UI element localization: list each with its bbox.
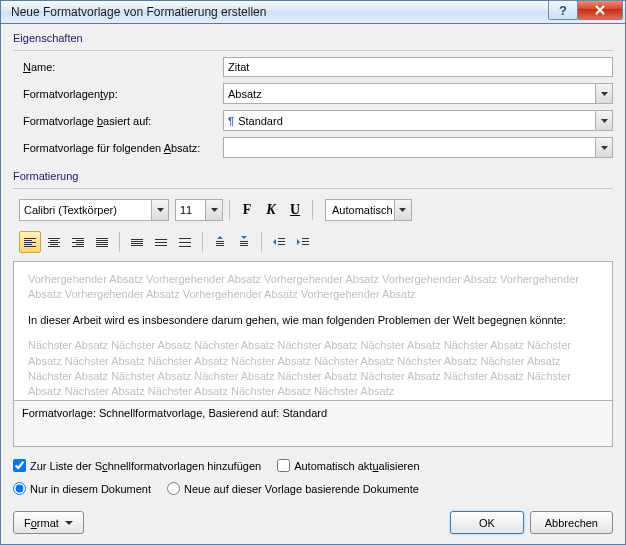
chevron-down-icon	[595, 111, 612, 130]
type-combo[interactable]: Absatz	[223, 83, 613, 104]
svg-rect-14	[240, 243, 248, 244]
font-combo[interactable]: Calibri (Textkörper)	[19, 199, 169, 221]
svg-marker-20	[297, 239, 300, 245]
svg-marker-4	[601, 146, 608, 150]
add-to-quick-checkbox[interactable]: Zur Liste der Schnellformatvorlagen hinz…	[13, 459, 261, 472]
line-spacing-2-button[interactable]	[174, 231, 196, 253]
italic-button[interactable]: K	[260, 199, 282, 221]
preview-sample-text: In dieser Arbeit wird es insbesondere da…	[28, 313, 598, 328]
svg-rect-22	[302, 241, 309, 242]
preview-before-text: Vorhergehender Absatz Vorhergehender Abs…	[28, 272, 598, 303]
dialog-window: Neue Formatvorlage von Formatierung erst…	[0, 0, 626, 545]
align-left-button[interactable]	[19, 231, 41, 253]
space-before-decrease-button[interactable]	[233, 231, 255, 253]
line-spacing-15-button[interactable]	[150, 231, 172, 253]
svg-marker-5	[157, 208, 164, 212]
space-before-increase-button[interactable]	[209, 231, 231, 253]
svg-rect-15	[240, 245, 248, 246]
align-justify-button[interactable]	[91, 231, 113, 253]
svg-rect-9	[216, 241, 224, 242]
chevron-down-icon	[151, 200, 168, 220]
indent-increase-button[interactable]	[292, 231, 314, 253]
window-title: Neue Formatvorlage von Formatierung erst…	[11, 5, 549, 19]
svg-marker-8	[217, 236, 223, 239]
chevron-down-icon	[595, 84, 612, 103]
svg-marker-2	[601, 92, 608, 96]
preview-pane: Vorhergehender Absatz Vorhergehender Abs…	[13, 261, 613, 401]
font-color-combo[interactable]: Automatisch	[325, 199, 412, 221]
bold-button[interactable]: F	[236, 199, 258, 221]
group-properties-label: Eigenschaften	[13, 32, 613, 44]
svg-marker-6	[211, 208, 218, 212]
cancel-button[interactable]: Abbrechen	[530, 511, 613, 534]
svg-marker-3	[601, 119, 608, 123]
svg-rect-21	[302, 238, 309, 239]
line-spacing-1-button[interactable]	[126, 231, 148, 253]
underline-button[interactable]: U	[284, 199, 306, 221]
chevron-down-icon	[65, 521, 73, 525]
chevron-down-icon	[205, 200, 222, 220]
group-formatting-label: Formatierung	[13, 170, 613, 182]
separator	[119, 232, 120, 252]
preview-after-text: Nächster Absatz Nächster Absatz Nächster…	[28, 338, 598, 400]
new-template-docs-radio[interactable]: Neue auf dieser Vorlage basierende Dokum…	[167, 482, 419, 495]
chevron-down-icon	[595, 138, 612, 157]
close-button[interactable]	[577, 0, 623, 20]
name-input[interactable]	[223, 57, 613, 77]
pilcrow-icon: ¶	[228, 115, 234, 127]
format-menu-button[interactable]: Format	[13, 511, 84, 534]
separator	[202, 232, 203, 252]
titlebar: Neue Formatvorlage von Formatierung erst…	[1, 1, 625, 24]
next-paragraph-label: Formatvorlage für folgenden Absatz:	[13, 142, 223, 154]
svg-marker-7	[399, 208, 406, 212]
svg-marker-16	[273, 239, 276, 245]
svg-rect-18	[278, 241, 285, 242]
only-this-document-radio[interactable]: Nur in diesem Dokument	[13, 482, 151, 495]
svg-rect-19	[278, 244, 285, 245]
type-label: Formatvorlagentyp:	[13, 88, 223, 100]
svg-rect-10	[216, 243, 224, 244]
svg-rect-17	[278, 238, 285, 239]
font-size-combo[interactable]: 11	[175, 199, 223, 221]
separator	[229, 200, 230, 220]
svg-rect-11	[216, 245, 224, 246]
align-right-button[interactable]	[67, 231, 89, 253]
name-label: Name:	[13, 61, 223, 73]
separator	[261, 232, 262, 252]
next-paragraph-combo[interactable]	[223, 137, 613, 158]
based-on-combo[interactable]: ¶Standard	[223, 110, 613, 131]
separator	[312, 200, 313, 220]
ok-button[interactable]: OK	[450, 511, 524, 534]
help-button[interactable]: ?	[548, 0, 578, 20]
based-on-label: Formatvorlage basiert auf:	[13, 115, 223, 127]
align-center-button[interactable]	[43, 231, 65, 253]
indent-decrease-button[interactable]	[268, 231, 290, 253]
svg-rect-23	[302, 244, 309, 245]
auto-update-checkbox[interactable]: Automatisch aktualisieren	[277, 459, 419, 472]
style-info-text: Formatvorlage: Schnellformatvorlage, Bas…	[13, 401, 613, 447]
chevron-down-icon	[394, 200, 411, 220]
svg-rect-13	[240, 241, 248, 242]
svg-marker-12	[241, 236, 247, 239]
